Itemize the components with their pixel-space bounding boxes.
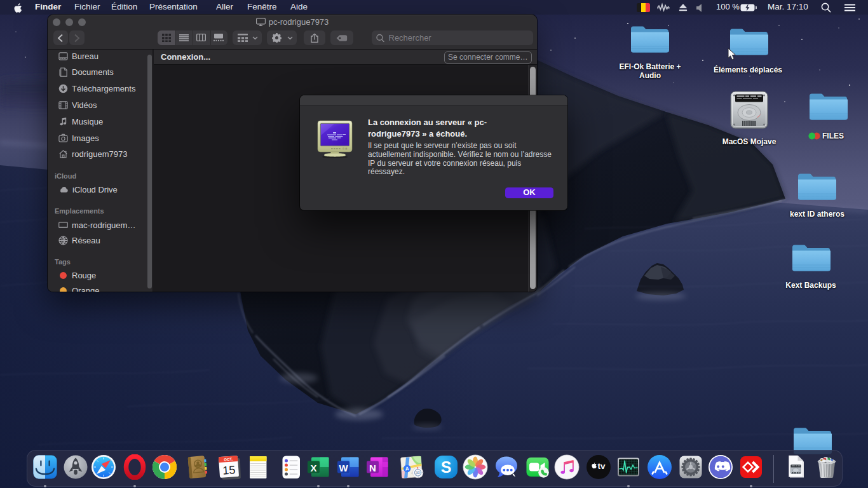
svg-text:tv: tv xyxy=(597,461,605,471)
svg-text:15: 15 xyxy=(222,463,236,477)
svg-text:X: X xyxy=(310,463,316,473)
svg-text:W: W xyxy=(339,463,348,473)
svg-text:S: S xyxy=(441,458,452,476)
svg-text:N: N xyxy=(369,463,376,473)
svg-text:3D: 3D xyxy=(416,471,421,475)
svg-text:A: A xyxy=(405,466,409,471)
svg-text:OCT.: OCT. xyxy=(224,458,233,462)
